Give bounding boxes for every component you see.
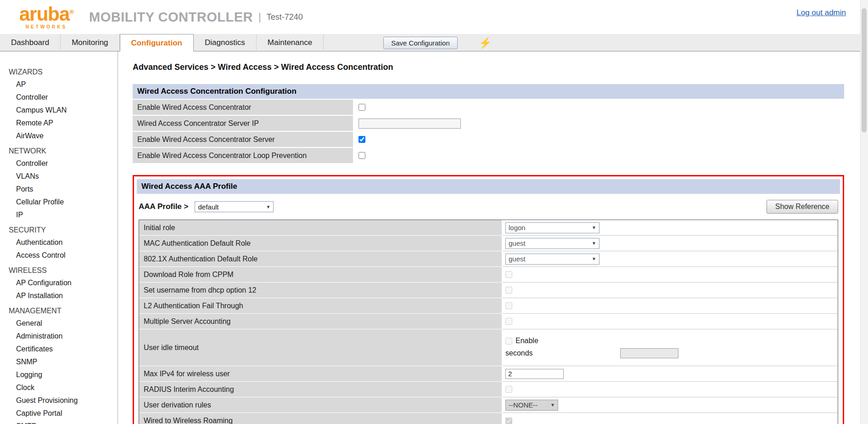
checkbox-enable-wired-access-concentrator-server[interactable] (358, 136, 365, 143)
row-label: Multiple Server Accounting (139, 314, 503, 329)
row-value: Enableseconds (503, 329, 838, 366)
checkbox-enable-wired-access-concentrator[interactable] (358, 104, 365, 111)
sidebar-item-access-control[interactable]: Access Control (0, 249, 118, 262)
sidebar-section-security: SECURITY (0, 221, 118, 236)
sidebar-item-ap[interactable]: AP (0, 78, 118, 91)
sidebar-item-campus-wlan[interactable]: Campus WLAN (0, 104, 118, 117)
select-value: guest (509, 255, 526, 263)
app-header: aruba® NETWORKS MOBILITY CONTROLLER | Te… (0, 0, 868, 34)
row-label: Set username from dhcp option 12 (139, 283, 503, 298)
sidebar-item-ap-configuration[interactable]: AP Configuration (0, 277, 118, 289)
select-initial-role[interactable]: logon▼ (505, 222, 599, 233)
page-body: WIZARDSAPControllerCampus WLANRemote APA… (0, 51, 868, 424)
row-value (353, 100, 844, 115)
row-value (503, 283, 838, 298)
save-configuration-button[interactable]: Save Configuration (383, 37, 458, 49)
sidebar-item-ap-installation[interactable]: AP Installation (0, 289, 118, 302)
chevron-down-icon: ▼ (266, 204, 271, 209)
sidebar: WIZARDSAPControllerCampus WLANRemote APA… (0, 51, 118, 424)
select-user-derivation-rules[interactable]: --NONE--▼ (505, 400, 558, 411)
checkbox-wired-to-wireless-roaming[interactable] (505, 418, 512, 424)
table-row-max-ipv4-for-wireless-user: Max IPv4 for wireless user (139, 366, 838, 382)
sidebar-item-certificates[interactable]: Certificates (0, 343, 118, 356)
table-row-enable-wired-access-concentrator-loop-prevention: Enable Wired Access Concentrator Loop Pr… (133, 148, 844, 163)
table-row-enable-wired-access-concentrator-server: Enable Wired Access Concentrator Server (133, 132, 844, 147)
logout-link[interactable]: Log out admin (796, 8, 846, 17)
chevron-down-icon: ▼ (592, 225, 596, 230)
registered-mark: ® (69, 8, 73, 15)
concentration-config-table: Enable Wired Access ConcentratorWired Ac… (133, 100, 844, 163)
tab-monitoring[interactable]: Monitoring (61, 34, 119, 51)
sidebar-item-clock[interactable]: Clock (0, 381, 118, 394)
sidebar-section-wireless: WIRELESS (0, 262, 118, 277)
row-value: --NONE--▼ (503, 397, 838, 413)
seconds-input[interactable] (620, 348, 678, 358)
select-value: guest (509, 239, 526, 247)
sidebar-item-smtp[interactable]: SMTP (0, 420, 118, 424)
tab-dashboard[interactable]: Dashboard (0, 34, 61, 51)
table-row-wired-to-wireless-roaming: Wired to Wireless Roaming (139, 413, 838, 424)
sidebar-item-airwave[interactable]: AirWave (0, 130, 118, 142)
row-label: Wired to Wireless Roaming (139, 413, 503, 424)
table-row-802-1x-authentication-default-role: 802.1X Authentication Default Roleguest▼ (139, 251, 838, 267)
sidebar-item-snmp[interactable]: SNMP (0, 356, 118, 368)
row-value: logon▼ (503, 220, 838, 236)
sidebar-item-administration[interactable]: Administration (0, 330, 118, 343)
checkbox-multiple-server-accounting[interactable] (505, 318, 512, 325)
aaa-section-title: Wired Access AAA Profile (137, 179, 840, 194)
sidebar-item-guest-provisioning[interactable]: Guest Provisioning (0, 394, 118, 407)
scrollbar-thumb[interactable] (862, 8, 867, 132)
row-value (353, 116, 844, 131)
text-input-wired-access-concentrator-server-ip[interactable] (358, 119, 461, 129)
sidebar-item-controller[interactable]: Controller (0, 91, 118, 104)
sidebar-item-ip[interactable]: IP (0, 209, 118, 221)
row-label: RADIUS Interim Accounting (139, 382, 503, 397)
sidebar-item-authentication[interactable]: Authentication (0, 236, 118, 249)
aaa-profile-select[interactable]: default ▼ (195, 201, 274, 212)
text-input-max-ipv4-for-wireless-user[interactable] (505, 369, 564, 379)
table-row-multiple-server-accounting: Multiple Server Accounting (139, 314, 838, 329)
row-label: Wired Access Concentrator Server IP (133, 116, 353, 131)
row-label: Enable Wired Access Concentrator (133, 100, 353, 115)
sidebar-item-cellular-profile[interactable]: Cellular Profile (0, 196, 118, 209)
tab-diagnostics[interactable]: Diagnostics (194, 34, 257, 51)
checkbox-l2-authentication-fail-through[interactable] (505, 302, 512, 309)
sidebar-item-vlans[interactable]: VLANs (0, 170, 118, 183)
select-mac-authentication-default-role[interactable]: guest▼ (505, 238, 599, 249)
checkbox-enable[interactable] (505, 338, 512, 345)
select-802-1x-authentication-default-role[interactable]: guest▼ (505, 254, 599, 265)
checkbox-enable-wired-access-concentrator-loop-prevention[interactable] (358, 152, 365, 159)
row-value (353, 148, 844, 163)
breadcrumb[interactable]: Advanced Services > Wired Access > Wired… (133, 62, 844, 72)
vertical-scrollbar[interactable] (860, 0, 868, 424)
table-row-wired-access-concentrator-server-ip: Wired Access Concentrator Server IP (133, 116, 844, 131)
row-label: Enable Wired Access Concentrator Server (133, 132, 353, 147)
tab-maintenance[interactable]: Maintenance (257, 34, 324, 51)
idle-enable-line: Enable (505, 337, 538, 345)
product-title: MOBILITY CONTROLLER (89, 10, 253, 25)
checkbox-download-role-from-cppm[interactable] (505, 271, 512, 278)
concentration-section-title: Wired Access Concentration Configuration (133, 84, 844, 99)
sidebar-item-captive-portal[interactable]: Captive Portal (0, 407, 118, 420)
tab-bar-tabs: DashboardMonitoringConfigurationDiagnost… (0, 34, 324, 51)
sidebar-item-ports[interactable]: Ports (0, 183, 118, 196)
sidebar-item-controller[interactable]: Controller (0, 157, 118, 170)
checkbox-set-username-from-dhcp-option-12[interactable] (505, 287, 512, 294)
row-label: Enable Wired Access Concentrator Loop Pr… (133, 148, 353, 163)
show-reference-button[interactable]: Show Reference (767, 200, 838, 214)
aaa-profile-label: AAA Profile > (139, 202, 188, 211)
table-row-radius-interim-accounting: RADIUS Interim Accounting (139, 382, 838, 397)
aaa-profile-selector-row: AAA Profile > default ▼ Show Reference (139, 200, 838, 214)
sidebar-item-logging[interactable]: Logging (0, 368, 118, 381)
sidebar-item-general[interactable]: General (0, 317, 118, 330)
row-label: Download Role from CPPM (139, 267, 503, 283)
sidebar-section-wizards: WIZARDS (0, 63, 118, 78)
sidebar-section-management: MANAGEMENT (0, 302, 118, 317)
checkbox-radius-interim-accounting[interactable] (505, 386, 512, 393)
sidebar-item-remote-ap[interactable]: Remote AP (0, 117, 118, 130)
tab-bar: DashboardMonitoringConfigurationDiagnost… (0, 34, 868, 51)
chevron-down-icon: ▼ (550, 402, 555, 407)
tab-configuration[interactable]: Configuration (120, 34, 194, 51)
table-row-user-idle-timeout: User idle timeoutEnableseconds (139, 329, 838, 366)
table-row-mac-authentication-default-role: MAC Authentication Default Roleguest▼ (139, 236, 838, 251)
